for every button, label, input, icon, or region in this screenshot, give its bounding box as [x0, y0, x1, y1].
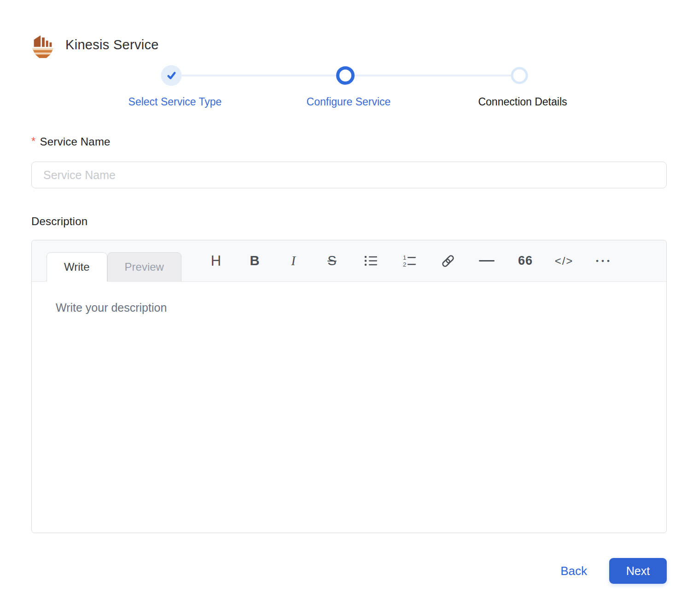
- wizard-footer: Back Next: [560, 558, 667, 584]
- required-asterisk: *: [31, 135, 36, 147]
- heading-icon: H: [211, 253, 221, 269]
- service-name-label-text: Service Name: [40, 135, 111, 148]
- bullet-list-icon: [364, 255, 378, 267]
- tab-write[interactable]: Write: [47, 252, 107, 282]
- more-button[interactable]: •••: [583, 240, 622, 282]
- editor-body: [32, 282, 666, 533]
- horizontal-rule-button[interactable]: [467, 240, 506, 282]
- step-label-select-service-type[interactable]: Select Service Type: [128, 96, 222, 108]
- tab-preview[interactable]: Preview: [107, 252, 181, 282]
- page-title: Kinesis Service: [65, 37, 159, 52]
- quote-button[interactable]: 66: [506, 240, 545, 282]
- more-icon: •••: [593, 256, 612, 266]
- code-button[interactable]: </>: [545, 240, 583, 282]
- quote-icon: 66: [518, 254, 533, 268]
- step-label-connection-details: Connection Details: [478, 96, 567, 108]
- description-textarea[interactable]: [32, 282, 666, 533]
- check-icon: [164, 69, 178, 82]
- strikethrough-icon: S: [327, 253, 336, 268]
- heading-button[interactable]: H: [197, 240, 235, 282]
- bold-button[interactable]: B: [235, 240, 274, 282]
- bullet-list-button[interactable]: [351, 240, 390, 282]
- description-editor: Write Preview H B I S: [31, 240, 667, 533]
- editor-toolbar-header: Write Preview H B I S: [32, 240, 666, 282]
- editor-toolbar: H B I S: [197, 240, 622, 281]
- ordered-list-icon: 1 2: [402, 255, 416, 267]
- back-button[interactable]: Back: [560, 564, 587, 578]
- ordered-list-button[interactable]: 1 2: [390, 240, 429, 282]
- editor-tabs: Write Preview: [47, 252, 181, 282]
- horizontal-rule-icon: [479, 260, 495, 262]
- app-header: Kinesis Service: [29, 30, 159, 59]
- link-button[interactable]: [429, 240, 467, 282]
- step-indicator-connection-details[interactable]: [511, 67, 528, 84]
- service-name-input[interactable]: [31, 162, 667, 188]
- svg-text:1: 1: [403, 255, 406, 261]
- next-button[interactable]: Next: [609, 558, 667, 584]
- svg-text:2: 2: [403, 261, 406, 267]
- italic-button[interactable]: I: [274, 240, 313, 282]
- stepper: Select Service Type Configure Service Co…: [31, 64, 667, 114]
- description-label: Description: [31, 215, 87, 228]
- strikethrough-button[interactable]: S: [313, 240, 351, 282]
- link-icon: [441, 254, 455, 268]
- step-indicator-select-service-type[interactable]: [161, 65, 182, 86]
- step-label-configure-service[interactable]: Configure Service: [307, 96, 391, 108]
- code-icon: </>: [555, 255, 574, 267]
- kinesis-icon: [29, 30, 57, 59]
- bold-icon: B: [250, 253, 260, 268]
- italic-icon: I: [291, 253, 296, 268]
- step-indicator-configure-service[interactable]: [336, 66, 355, 85]
- service-name-label: *Service Name: [31, 135, 111, 148]
